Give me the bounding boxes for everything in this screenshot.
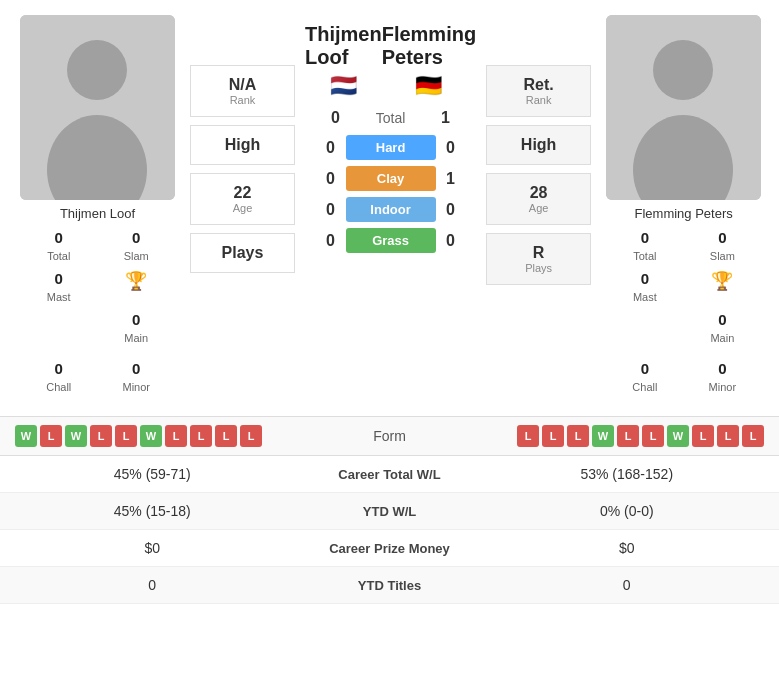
player2-slam-value: 0 [684,229,762,246]
stats-left-0: 45% (59-71) [15,466,290,482]
total-row: 0 Total 1 [300,109,481,127]
p2-rank-label: Rank [492,94,585,106]
p2-age-value: 28 [492,184,585,202]
p1-rank-value: N/A [196,76,289,94]
p2-plays-value: R [492,244,585,262]
player2-total-value: 0 [606,229,684,246]
player1-mast-value: 0 [20,270,98,287]
player2-total-label: Total [633,250,656,262]
player2-total-stat: 0 Total [606,229,684,264]
p1-age-label: Age [196,202,289,214]
p2-rank-box: Ret. Rank [486,65,591,117]
p1-grass-score: 0 [316,232,346,250]
indoor-button[interactable]: Indoor [346,197,436,222]
player1-stats-row2: 0 Chall 0 Minor [20,360,175,401]
form-badge-p2-2: L [567,425,589,447]
svg-point-4 [653,40,713,100]
player1-minor-stat: 0 Minor [98,360,176,395]
form-badge-p2-7: L [692,425,714,447]
form-badge-p2-0: L [517,425,539,447]
player1-chall-value: 0 [20,360,98,377]
stats-center-2: Career Prize Money [290,541,490,556]
p1-age-box: 22 Age [190,173,295,225]
p2-header-name: Flemming Peters [382,23,476,69]
form-badge-p1-7: L [190,425,212,447]
p2-plays-box: R Plays [486,233,591,285]
player1-total-label: Total [47,250,70,262]
p2-age-box: 28 Age [486,173,591,225]
player2-mast-label: Mast [633,291,657,303]
p1-high-value: High [196,136,289,154]
player2-minor-value: 0 [684,360,762,377]
p1-total-score: 0 [321,109,351,127]
main-container: Thijmen Loof 0 Total 0 Slam 0 Mast 🏆 [0,0,779,604]
p1-header-name: Thijmen Loof [305,23,382,69]
player2-avatar [606,15,761,200]
player2-main-label: Main [710,332,734,344]
player2-stats-row2: 0 Chall 0 Minor [606,360,761,401]
form-badge-p1-9: L [240,425,262,447]
form-section: WLWLLWLLLL Form LLLWLLWLLL [0,416,779,455]
player1-card: Thijmen Loof 0 Total 0 Slam 0 Mast 🏆 [10,15,185,401]
player2-trophy: 🏆 [684,270,762,305]
player1-stats: 0 Total 0 Slam 0 Mast 🏆 0 Main [20,229,175,352]
player2-slam-label: Slam [710,250,735,262]
p1-high-box: High [190,125,295,165]
p1-rank-box: N/A Rank [190,65,295,117]
player1-mast-stat: 0 Mast [20,270,98,305]
form-badge-p2-4: L [617,425,639,447]
form-badge-p1-2: W [65,425,87,447]
right-panel: Ret. Rank High 28 Age R Plays [481,15,596,401]
player1-chall-stat: 0 Chall [20,360,98,395]
stats-right-3: 0 [490,577,765,593]
p2-high-box: High [486,125,591,165]
p1-clay-score: 0 [316,170,346,188]
top-section: Thijmen Loof 0 Total 0 Slam 0 Mast 🏆 [0,0,779,416]
player2-name-label: Flemming Peters [635,206,733,221]
p2-high-value: High [492,136,585,154]
stats-center-3: YTD Titles [290,578,490,593]
player2-chall-stat: 0 Chall [606,360,684,395]
player1-main-stat: 0 Main [98,311,176,346]
player2-main-value: 0 [684,311,762,328]
p2-grass-score: 0 [436,232,466,250]
p2-total-score: 1 [431,109,461,127]
form-badge-p2-9: L [742,425,764,447]
player1-slam-label: Slam [124,250,149,262]
form-badges-p2: LLLWLLWLLL [450,425,765,447]
p1-plays-box: Plays [190,233,295,273]
grass-row: 0 Grass 0 [300,228,481,253]
form-badge-p1-0: W [15,425,37,447]
clay-button[interactable]: Clay [346,166,436,191]
stats-right-2: $0 [490,540,765,556]
player2-minor-stat: 0 Minor [684,360,762,395]
stats-center-1: YTD W/L [290,504,490,519]
form-badge-p1-1: L [40,425,62,447]
p2-header: Flemming Peters 🇩🇪 [382,23,476,99]
indoor-row: 0 Indoor 0 [300,197,481,222]
player2-mast-value: 0 [606,270,684,287]
p2-flag: 🇩🇪 [415,73,442,99]
player2-mast-stat: 0 Mast [606,270,684,305]
p2-indoor-score: 0 [436,201,466,219]
stats-row-3: 0YTD Titles0 [0,567,779,604]
p2-plays-label: Plays [492,262,585,274]
p2-age-label: Age [492,202,585,214]
player1-name-label: Thijmen Loof [60,206,135,221]
form-badges-p1: WLWLLWLLLL [15,425,330,447]
form-label: Form [330,428,450,444]
player1-total-value: 0 [20,229,98,246]
player2-chall-value: 0 [606,360,684,377]
player1-minor-label: Minor [122,381,150,393]
hard-button[interactable]: Hard [346,135,436,160]
p1-rank-label: Rank [196,94,289,106]
p2-clay-score: 1 [436,170,466,188]
form-badge-p1-8: L [215,425,237,447]
center-section: Thijmen Loof 🇳🇱 Flemming Peters 🇩🇪 0 Tot… [300,15,481,401]
player2-slam-stat: 0 Slam [684,229,762,264]
player2-main-stat: 0 Main [684,311,762,346]
form-badge-p1-6: L [165,425,187,447]
grass-button[interactable]: Grass [346,228,436,253]
trophy-icon-1: 🏆 [125,271,147,291]
p1-header: Thijmen Loof 🇳🇱 [305,23,382,99]
